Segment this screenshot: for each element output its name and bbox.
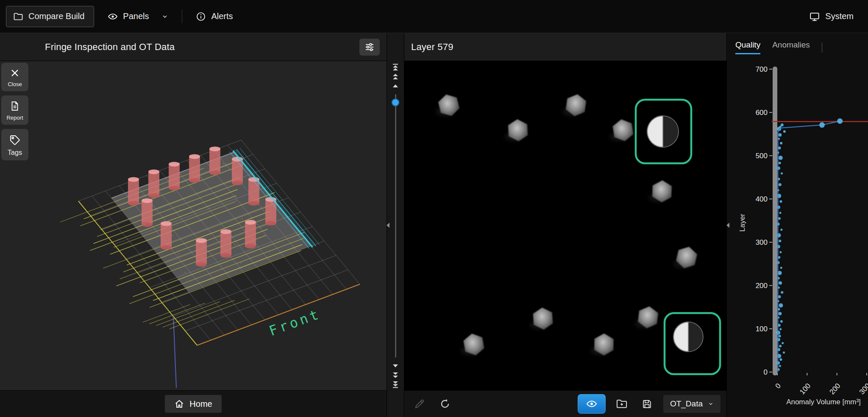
svg-text:Anomaly Volume [mm³]: Anomaly Volume [mm³]	[786, 398, 861, 406]
info-icon	[196, 11, 206, 22]
layer-slider-strip	[387, 33, 404, 417]
quality-chart[interactable]: 0100200300400500600700Layer0100200300Ano…	[727, 62, 868, 417]
toggle-visibility-button[interactable]	[578, 394, 606, 414]
system-label: System	[825, 11, 854, 21]
tags-label: Tags	[8, 149, 22, 157]
tags-button[interactable]: Tags	[1, 129, 28, 160]
svg-text:500: 500	[756, 152, 768, 160]
left-panel-bottom-bar: Home	[0, 390, 387, 417]
collapse-panel-handle[interactable]	[387, 223, 389, 228]
report-button[interactable]: Report	[1, 95, 28, 125]
svg-text:300: 300	[858, 382, 868, 396]
left-panel-header: Fringe Inspection and OT Data	[0, 33, 387, 61]
layer-image-canvas[interactable]	[404, 61, 726, 390]
reset-view-button[interactable]	[436, 395, 454, 413]
svg-text:200: 200	[756, 282, 768, 290]
collapse-quality-panel-handle[interactable]	[726, 223, 729, 228]
folder-plus-icon	[616, 398, 628, 410]
main-area: Fringe Inspection and OT Data Front	[0, 33, 868, 417]
compare-build-label: Compare Build	[28, 11, 84, 21]
layer-image-area[interactable]	[404, 61, 726, 390]
layer-step-up-button[interactable]	[390, 81, 401, 91]
svg-text:100: 100	[756, 325, 768, 333]
application-window: Compare Build Panels Alerts	[0, 0, 868, 417]
data-source-value: OT_Data	[670, 399, 703, 409]
layer-slider-handle[interactable]	[392, 99, 399, 106]
chevron-down-icon	[161, 13, 168, 20]
svg-text:200: 200	[828, 382, 842, 396]
chevron-down-icon	[708, 401, 714, 407]
3d-scene-canvas[interactable]: Front	[0, 61, 387, 390]
3d-viewport[interactable]: Front Close	[0, 61, 387, 390]
layer-page-up-button[interactable]	[390, 72, 401, 81]
svg-text:600: 600	[756, 109, 768, 117]
tab-anomalies[interactable]: Anomalies	[772, 40, 810, 54]
report-label: Report	[6, 115, 23, 121]
svg-text:300: 300	[756, 238, 768, 246]
edit-tool-button[interactable]	[410, 395, 429, 413]
topbar-separator	[182, 10, 182, 23]
save-floppy-icon	[641, 398, 653, 410]
svg-text:100: 100	[798, 382, 812, 396]
quality-tabs: Quality Anomalies	[727, 33, 868, 62]
home-icon	[174, 399, 184, 409]
alerts-button[interactable]: Alerts	[193, 7, 235, 26]
system-button[interactable]: System	[807, 7, 856, 26]
eye-icon	[108, 11, 118, 22]
layer-toolbar: OT_Data	[404, 390, 726, 417]
data-source-dropdown[interactable]: OT_Data	[663, 395, 721, 413]
close-icon	[10, 68, 20, 78]
svg-text:0: 0	[764, 368, 768, 376]
layer-page-down-button[interactable]	[390, 370, 401, 380]
viewport-tool-sidebar: Close Report	[1, 63, 28, 160]
report-document-icon	[9, 101, 20, 112]
sliders-icon	[364, 42, 375, 52]
layer-title: Layer 579	[411, 42, 453, 53]
layer-image-panel: Layer 579	[404, 33, 726, 417]
alerts-label: Alerts	[211, 11, 233, 21]
center-panel-header: Layer 579	[404, 33, 726, 61]
home-label: Home	[189, 399, 212, 409]
pencil-icon	[414, 398, 425, 409]
top-bar: Compare Build Panels Alerts	[0, 0, 868, 33]
close-label: Close	[8, 81, 22, 87]
tab-separator	[822, 42, 822, 53]
left-panel-title: Fringe Inspection and OT Data	[45, 42, 175, 53]
panels-label: Panels	[123, 11, 149, 21]
monitor-icon	[809, 11, 820, 22]
folder-icon	[13, 11, 23, 22]
layer-jump-bottom-button[interactable]	[390, 380, 401, 389]
compare-build-button[interactable]: Compare Build	[6, 6, 94, 27]
view-settings-button[interactable]	[359, 39, 380, 56]
tag-icon	[9, 134, 21, 146]
tab-quality[interactable]: Quality	[735, 40, 760, 54]
home-button[interactable]: Home	[165, 395, 221, 413]
fringe-inspection-panel: Fringe Inspection and OT Data Front	[0, 33, 387, 417]
close-button[interactable]: Close	[1, 63, 28, 91]
layer-step-down-button[interactable]	[390, 361, 401, 370]
eye-filled-icon	[586, 398, 598, 410]
add-to-folder-button[interactable]	[612, 395, 631, 413]
layer-jump-top-button[interactable]	[390, 63, 401, 72]
svg-text:Layer: Layer	[738, 213, 746, 232]
svg-text:400: 400	[756, 195, 768, 203]
rotate-ccw-icon	[439, 398, 451, 410]
panels-menu-button[interactable]: Panels	[105, 7, 171, 26]
save-button[interactable]	[638, 395, 657, 413]
svg-text:0: 0	[774, 382, 782, 390]
layer-slider-track[interactable]	[395, 94, 396, 358]
svg-text:700: 700	[756, 65, 768, 73]
quality-panel: Quality Anomalies 0100200300400500600700…	[726, 33, 868, 417]
